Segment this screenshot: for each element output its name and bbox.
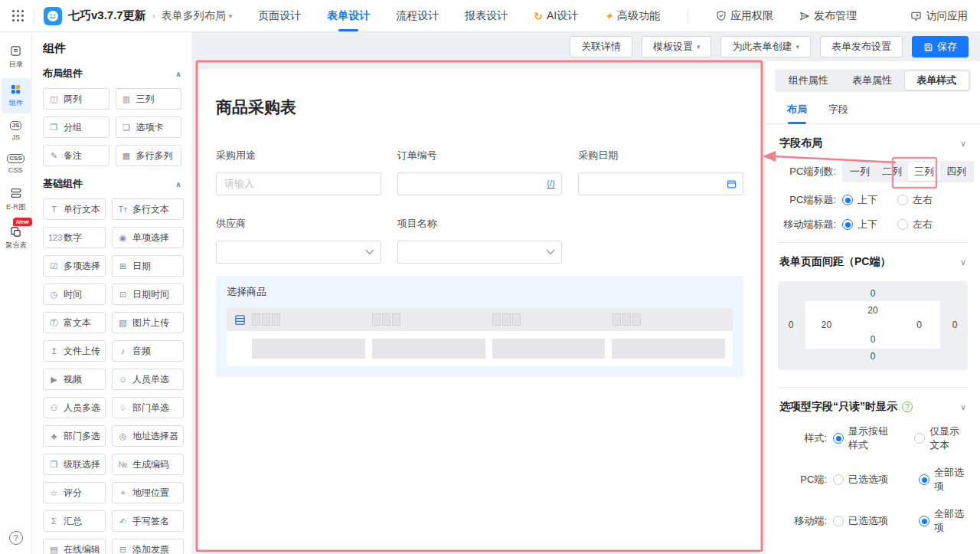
- sub-tab-fields[interactable]: 字段: [828, 103, 848, 123]
- nav-report-design[interactable]: 报表设计: [465, 0, 508, 31]
- component-item[interactable]: ✍ 手写签名: [112, 510, 184, 532]
- sub-tab-layout[interactable]: 布局: [787, 103, 807, 123]
- field-purchase-date[interactable]: 采购日期: [578, 149, 743, 195]
- field-supplier[interactable]: 供应商: [216, 217, 381, 264]
- component-item[interactable]: ☺ 人员单选: [112, 369, 184, 390]
- component-item[interactable]: Tᴛ 多行文本: [112, 198, 184, 220]
- component-item[interactable]: ☑ 多项选择: [43, 255, 106, 277]
- visit-app-button[interactable]: 访问应用: [910, 9, 968, 23]
- option-one-column[interactable]: 一列: [844, 162, 876, 181]
- radio-mobile-title-horizontal[interactable]: 左右: [897, 218, 933, 231]
- nav-form-design[interactable]: 表单设计: [327, 0, 370, 31]
- save-button[interactable]: 保存: [912, 36, 969, 57]
- component-item[interactable]: ♪ 音频: [112, 340, 184, 362]
- component-item[interactable]: ⚇ 人员多选: [43, 397, 106, 418]
- layout-group-header[interactable]: 布局组件 ∧: [43, 67, 181, 80]
- nav-publish-management[interactable]: 发布管理: [799, 0, 857, 31]
- radio-mobile-title-vertical[interactable]: 上下: [842, 218, 877, 231]
- field-order-number[interactable]: 订单编号 ⟨/⟩: [397, 149, 563, 195]
- nav-ai-design[interactable]: ↻ AI设计: [534, 0, 578, 31]
- radio-pc-selected-options[interactable]: 已选选项: [833, 473, 899, 487]
- component-item[interactable]: ▧ 图片上传: [112, 312, 184, 333]
- tab-form-props[interactable]: 表单属性: [840, 70, 903, 90]
- radio-pc-all-options[interactable]: 全部选项: [919, 466, 968, 493]
- project-name-select[interactable]: [397, 241, 563, 264]
- form-title[interactable]: 商品采购表: [216, 97, 743, 118]
- component-item[interactable]: ▦ 多行多列: [116, 145, 182, 166]
- rail-item-js[interactable]: JS JS: [2, 116, 31, 146]
- template-settings-button[interactable]: 模板设置 ▾: [642, 36, 712, 57]
- field-project-name[interactable]: 项目名称: [397, 217, 563, 264]
- related-detail-button[interactable]: 关联详情: [570, 36, 632, 57]
- breadcrumb[interactable]: 表单多列布局 ▾: [162, 9, 233, 23]
- form-sheet[interactable]: 商品采购表 采购用途 请输入 订单编号 ⟨/: [198, 69, 762, 554]
- component-item[interactable]: ❒ 级联选择: [43, 454, 106, 475]
- component-item[interactable]: ⊟ 添加发票: [112, 539, 184, 554]
- margin-right-value[interactable]: 0: [942, 320, 968, 330]
- rail-item-er-diagram[interactable]: E-R图: [2, 182, 31, 218]
- component-item[interactable]: ✎ 备注: [43, 145, 109, 166]
- component-item[interactable]: T 单行文本: [43, 198, 106, 220]
- text-input[interactable]: 请输入: [216, 172, 381, 195]
- radio-pc-title-vertical[interactable]: 上下: [842, 193, 877, 207]
- field-layout-section-header[interactable]: 字段布局 ∨: [778, 124, 968, 161]
- component-item[interactable]: ❐ 分组: [43, 116, 109, 138]
- form-publish-settings-button[interactable]: 表单发布设置: [820, 36, 903, 57]
- component-item[interactable]: ◷ 时间: [43, 284, 106, 305]
- radio-show-button-style[interactable]: 显示按钮样式: [833, 425, 894, 452]
- option-two-columns[interactable]: 二列: [876, 162, 908, 181]
- tab-component-props[interactable]: 组件属性: [776, 70, 840, 90]
- component-item[interactable]: ⊞ 日期: [112, 255, 184, 277]
- nav-advanced-features[interactable]: ✦ 高级功能: [604, 0, 660, 31]
- component-item[interactable]: ▤ 在线编辑: [43, 539, 106, 554]
- component-item[interactable]: Ⓣ 富文本: [43, 312, 106, 333]
- component-item[interactable]: ◫ 两列: [43, 88, 109, 110]
- rail-item-components[interactable]: 组件: [2, 78, 31, 113]
- rail-item-css[interactable]: CSS CSS: [2, 149, 31, 179]
- component-item[interactable]: ▥ 三列: [116, 88, 182, 110]
- component-item[interactable]: № 生成编码: [112, 454, 184, 475]
- create-from-form-button[interactable]: 为此表单创建 ▾: [720, 36, 811, 57]
- radio-pc-title-horizontal[interactable]: 左右: [897, 193, 933, 207]
- component-item[interactable]: 123 数字: [43, 227, 106, 248]
- padding-left-value[interactable]: 20: [805, 320, 848, 330]
- radio-text-only[interactable]: 仅显示文本: [914, 425, 968, 452]
- padding-bottom-value[interactable]: 0: [805, 332, 940, 347]
- component-item[interactable]: ↥ 文件上传: [43, 340, 106, 362]
- component-item[interactable]: ♣ 部门多选: [43, 425, 106, 447]
- option-four-columns[interactable]: 四列: [940, 162, 972, 181]
- option-three-columns[interactable]: 三列: [908, 162, 940, 181]
- rail-item-directory[interactable]: 目录: [2, 40, 31, 75]
- table-select-icon[interactable]: [234, 314, 246, 326]
- component-item[interactable]: ◉ 单项选择: [112, 227, 184, 248]
- radio-mobile-selected-options[interactable]: 已选选项: [833, 514, 899, 528]
- component-item[interactable]: ♧ 部门单选: [112, 397, 184, 418]
- component-item[interactable]: Σ 汇总: [43, 510, 106, 532]
- margin-top-value[interactable]: 0: [778, 286, 968, 301]
- padding-top-value[interactable]: 20: [805, 303, 940, 318]
- margin-left-value[interactable]: 0: [778, 320, 804, 330]
- padding-right-value[interactable]: 0: [898, 320, 940, 330]
- date-input[interactable]: [578, 172, 743, 195]
- nav-app-permissions[interactable]: 应用权限: [716, 0, 773, 31]
- page-spacing-section-header[interactable]: 表单页面间距（PC端） ∨: [778, 243, 968, 280]
- component-item[interactable]: ❏ 选项卡: [116, 116, 182, 138]
- nav-flow-design[interactable]: 流程设计: [396, 0, 439, 31]
- code-input[interactable]: ⟨/⟩: [397, 172, 563, 195]
- component-item[interactable]: ◎ 地址选择器: [112, 425, 184, 447]
- supplier-select[interactable]: [216, 241, 381, 264]
- help-circle-icon[interactable]: ?: [902, 402, 913, 412]
- component-item[interactable]: ▶ 视频: [43, 369, 106, 390]
- readonly-display-section-header[interactable]: 选项型字段“只读”时显示 ? ∨: [778, 388, 968, 425]
- help-icon[interactable]: ?: [9, 531, 23, 545]
- component-item[interactable]: ☆ 评分: [43, 482, 106, 503]
- app-launcher-icon[interactable]: [12, 10, 24, 22]
- field-purchase-purpose[interactable]: 采购用途 请输入: [216, 149, 381, 195]
- product-select-section[interactable]: 选择商品: [216, 276, 743, 377]
- radio-mobile-all-options[interactable]: 全部选项: [919, 507, 968, 535]
- tab-form-style[interactable]: 表单样式: [904, 70, 969, 90]
- component-item[interactable]: ⌖ 地理位置: [112, 482, 184, 503]
- nav-page-design[interactable]: 页面设计: [258, 0, 301, 31]
- rail-item-aggregate-table[interactable]: New 聚合表: [2, 221, 31, 256]
- basic-group-header[interactable]: 基础组件 ∧: [43, 177, 181, 191]
